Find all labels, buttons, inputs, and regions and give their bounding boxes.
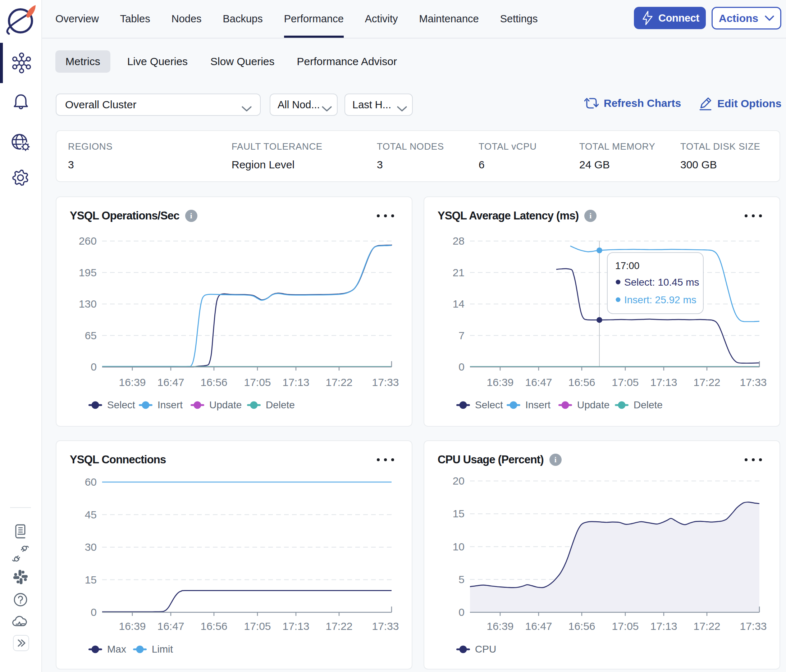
svg-text:17:33: 17:33 (740, 620, 767, 632)
svg-text:17:00: 17:00 (615, 260, 640, 271)
svg-text:16:56: 16:56 (568, 620, 595, 632)
svg-text:28: 28 (453, 235, 465, 247)
svg-text:17:13: 17:13 (650, 376, 677, 388)
svg-text:21: 21 (453, 267, 465, 279)
svg-text:0: 0 (459, 361, 465, 373)
svg-text:16:56: 16:56 (568, 376, 595, 388)
svg-text:17:13: 17:13 (282, 620, 309, 632)
svg-text:17:13: 17:13 (282, 376, 309, 388)
svg-text:Select: 10.45 ms: Select: 10.45 ms (624, 277, 700, 288)
svg-text:0: 0 (91, 606, 97, 618)
svg-text:17:22: 17:22 (325, 620, 352, 632)
svg-text:30: 30 (85, 541, 97, 553)
svg-text:17:22: 17:22 (693, 620, 720, 632)
svg-text:16:39: 16:39 (119, 376, 146, 388)
svg-text:14: 14 (453, 298, 465, 310)
svg-text:16:47: 16:47 (525, 376, 552, 388)
svg-text:65: 65 (85, 329, 97, 342)
svg-text:16:56: 16:56 (200, 620, 227, 632)
svg-text:17:05: 17:05 (244, 376, 271, 388)
svg-text:130: 130 (79, 298, 97, 310)
svg-text:17:33: 17:33 (372, 620, 399, 632)
svg-text:15: 15 (85, 574, 97, 585)
svg-text:17:05: 17:05 (612, 376, 638, 388)
svg-text:0: 0 (459, 606, 465, 618)
svg-text:17:33: 17:33 (740, 376, 767, 388)
svg-text:17:22: 17:22 (693, 376, 720, 388)
svg-text:17:05: 17:05 (612, 620, 638, 632)
svg-text:16:47: 16:47 (157, 376, 184, 388)
svg-text:195: 195 (79, 267, 97, 279)
svg-text:60: 60 (85, 476, 97, 488)
svg-text:5: 5 (459, 573, 465, 585)
svg-text:17:22: 17:22 (325, 376, 352, 388)
svg-text:260: 260 (79, 235, 97, 247)
svg-text:10: 10 (453, 541, 465, 552)
svg-text:17:05: 17:05 (244, 620, 271, 632)
svg-text:16:39: 16:39 (486, 376, 514, 388)
svg-text:16:56: 16:56 (200, 376, 227, 388)
svg-text:15: 15 (453, 508, 465, 519)
svg-text:16:47: 16:47 (525, 620, 552, 632)
svg-text:Insert: 25.92 ms: Insert: 25.92 ms (624, 294, 696, 305)
svg-text:7: 7 (459, 329, 465, 342)
svg-text:17:33: 17:33 (372, 376, 399, 388)
svg-text:16:47: 16:47 (157, 620, 184, 632)
svg-text:17:13: 17:13 (650, 620, 677, 632)
svg-text:16:39: 16:39 (486, 620, 514, 632)
svg-text:16:39: 16:39 (119, 620, 146, 632)
svg-text:0: 0 (91, 361, 97, 373)
svg-text:20: 20 (453, 475, 465, 487)
svg-text:45: 45 (85, 509, 97, 521)
